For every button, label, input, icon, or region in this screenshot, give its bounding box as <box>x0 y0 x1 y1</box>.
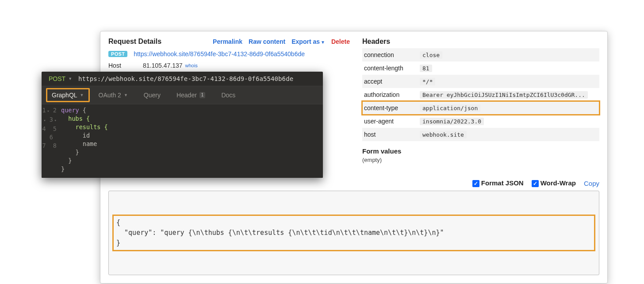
tab-graphql[interactable]: GraphQL ▼ <box>46 88 90 102</box>
format-json-label: Format JSON <box>481 179 524 187</box>
raw-content-link[interactable]: Raw content <box>249 38 285 45</box>
code-token: query <box>61 107 79 114</box>
header-name: content-length <box>362 65 420 72</box>
tab-oauth2[interactable]: OAuth 2 ▼ <box>91 86 136 104</box>
tab-label: Docs <box>221 92 235 99</box>
insomnia-tabs: GraphQL ▼ OAuth 2 ▼ Query Header 1 Docs <box>42 86 323 104</box>
request-details-title: Request Details <box>108 38 161 46</box>
headers-table: connection close content-length 81 accep… <box>362 48 599 141</box>
header-row: user-agent insomnia/2022.3.0 <box>362 115 599 128</box>
insomnia-panel: POST ▼ https://webhook.site/876594fe-3bc… <box>42 72 323 178</box>
graphql-editor[interactable]: 1▾ 2▾ 3▾ 4 5 6 7 8 query { hubs { result… <box>42 104 323 178</box>
header-value: close <box>420 51 442 59</box>
copy-link[interactable]: Copy <box>584 180 599 187</box>
code-line: id <box>61 132 90 139</box>
form-values-title: Form values <box>362 147 599 155</box>
line-number: 7 <box>42 142 46 149</box>
chevron-down-icon: ▼ <box>124 93 128 97</box>
method-dropdown[interactable]: POST ▼ <box>49 75 72 82</box>
request-body-highlight: { "query": "query {\n\thubs {\n\t\tresul… <box>112 215 595 252</box>
whois-link[interactable]: whois <box>185 63 198 68</box>
line-number: 2 <box>53 107 57 114</box>
header-row: host webhook.site <box>362 128 599 141</box>
header-row-content-type: content-type application/json <box>362 101 599 115</box>
request-host-row: Host 81.105.47.137 whois <box>108 60 350 71</box>
request-url[interactable]: https://webhook.site/876594fe-3bc7-4132-… <box>134 50 305 58</box>
fold-icon: ▾ <box>46 107 50 115</box>
word-wrap-toggle[interactable]: ✓Word-Wrap <box>532 179 576 187</box>
chevron-down-icon: ▼ <box>68 77 72 81</box>
permalink-link[interactable]: Permalink <box>213 38 242 45</box>
body-line: } <box>116 239 120 247</box>
header-value: application/json <box>420 104 480 112</box>
host-label: Host <box>108 62 143 69</box>
code-line: hubs { <box>61 115 90 122</box>
header-name: host <box>362 131 420 138</box>
delete-link[interactable]: Delete <box>331 38 350 45</box>
code-line: } <box>61 165 65 173</box>
header-value: insomnia/2022.3.0 <box>420 118 484 125</box>
insomnia-urlbar: POST ▼ https://webhook.site/876594fe-3bc… <box>42 72 323 86</box>
method-label: POST <box>49 75 65 82</box>
header-value: Bearer eyJhbGciOiJSUzI1NiIsImtpZCI6IlU3c… <box>420 91 588 99</box>
header-value: webhook.site <box>420 131 467 138</box>
code-line: results { <box>61 123 108 130</box>
checkbox-checked-icon: ✓ <box>532 180 539 187</box>
line-number: 8 <box>53 142 57 149</box>
format-json-toggle[interactable]: ✓Format JSON <box>472 179 524 187</box>
headers-column: Headers connection close content-length … <box>362 38 599 163</box>
code-token: { <box>79 107 86 114</box>
code-line: } <box>61 157 72 164</box>
tab-label: OAuth 2 <box>99 92 121 99</box>
header-row: accept */* <box>362 75 599 88</box>
line-number: 6 <box>50 134 53 141</box>
host-value: 81.105.47.137 <box>143 62 183 69</box>
fold-icon: ▾ <box>53 116 57 125</box>
code-line: } <box>61 149 79 156</box>
request-url-row: POST https://webhook.site/876594fe-3bc7-… <box>108 48 350 60</box>
header-name: user-agent <box>362 118 420 125</box>
header-name: content-type <box>362 104 420 111</box>
line-number: 5 <box>53 125 57 132</box>
code-line: name <box>61 140 97 147</box>
form-values-empty: (empty) <box>362 157 599 163</box>
export-as-label: Export as <box>291 38 320 45</box>
editor-code: query { hubs { results { id name } } } <box>61 106 108 173</box>
line-number: 3 <box>50 116 53 123</box>
line-number: 4 <box>42 125 46 132</box>
tab-label: Query <box>144 92 161 99</box>
line-number: 1 <box>42 107 46 114</box>
fold-icon: ▾ <box>42 116 46 125</box>
header-row: content-length 81 <box>362 61 599 75</box>
chevron-down-icon: ▼ <box>321 40 325 45</box>
headers-title: Headers <box>362 38 599 46</box>
tab-docs[interactable]: Docs <box>213 86 243 104</box>
method-badge: POST <box>108 51 127 57</box>
header-row: authorization Bearer eyJhbGciOiJSUzI1NiI… <box>362 88 599 101</box>
tab-label: GraphQL <box>52 92 77 99</box>
request-actions: Permalink Raw content Export as▼ Delete <box>213 38 350 45</box>
header-count-badge: 1 <box>199 92 206 98</box>
header-name: authorization <box>362 91 420 98</box>
header-name: accept <box>362 78 420 85</box>
editor-gutter: 1▾ 2▾ 3▾ 4 5 6 7 8 <box>42 106 61 173</box>
header-value: */* <box>420 78 435 85</box>
body-line: { <box>116 219 120 226</box>
body-line: "query": "query {\n\thubs {\n\t\tresults… <box>116 229 444 237</box>
body-options-row: ✓Format JSON ✓Word-Wrap Copy <box>108 179 599 187</box>
export-as-link[interactable]: Export as▼ <box>291 38 325 45</box>
request-body-box: { "query": "query {\n\thubs {\n\t\tresul… <box>108 191 599 275</box>
header-name: connection <box>362 51 420 58</box>
tab-query[interactable]: Query <box>136 86 169 104</box>
word-wrap-label: Word-Wrap <box>540 179 576 187</box>
tab-header[interactable]: Header 1 <box>169 86 213 104</box>
request-url-input[interactable]: https://webhook.site/876594fe-3bc7-4132-… <box>78 75 293 82</box>
tab-label: Header <box>176 92 197 99</box>
header-value: 81 <box>420 65 432 72</box>
chevron-down-icon: ▼ <box>80 93 84 97</box>
checkbox-checked-icon: ✓ <box>472 180 479 187</box>
header-row: connection close <box>362 48 599 61</box>
